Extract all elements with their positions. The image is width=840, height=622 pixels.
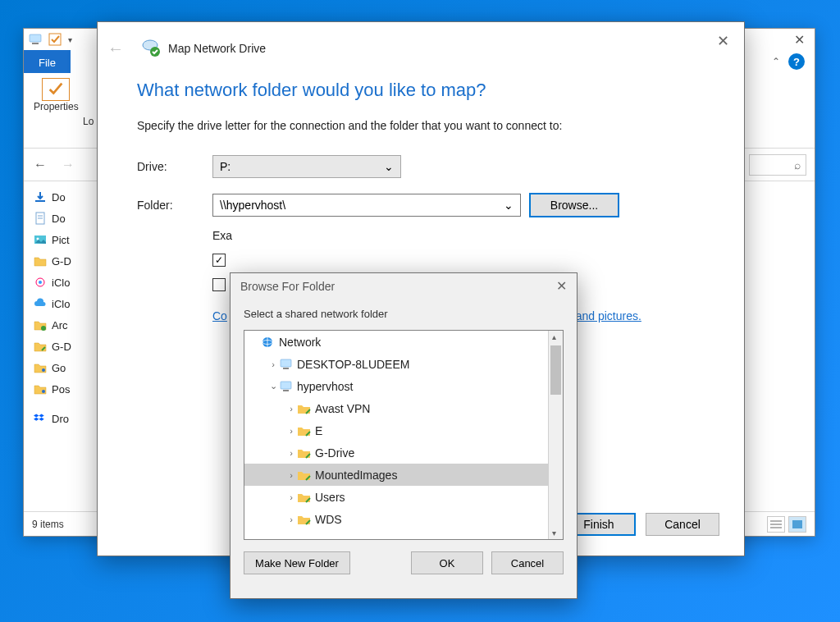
svg-rect-3 [35,200,45,202]
browse-title: Browse For Folder [240,280,335,293]
share-icon [297,469,312,482]
svg-point-8 [37,238,39,240]
cancel-button[interactable]: Cancel [491,551,564,574]
svg-rect-24 [283,368,289,369]
tree-label: WDS [315,513,342,526]
tree-item[interactable]: ›E [244,419,563,441]
tree-label: Avast VPN [315,402,370,415]
tree-item[interactable]: Network [244,331,563,353]
network-icon [261,336,276,349]
drive-select[interactable]: P: ⌄ [212,155,401,178]
chevron-right-icon[interactable]: › [285,515,297,524]
qat-properties-icon[interactable] [48,33,63,46]
close-icon[interactable]: ✕ [556,278,567,294]
view-large-icon[interactable] [788,516,806,533]
qat-overflow-icon[interactable]: ▾ [68,35,72,44]
tree-label: DESKTOP-8LUDEEM [297,358,409,371]
tree-item[interactable]: ›Avast VPN [244,397,563,419]
chevron-right-icon[interactable]: › [285,426,297,436]
scrollbar[interactable] [548,331,563,539]
tree-label: Network [279,336,321,349]
explorer-close-icon[interactable]: ✕ [794,32,805,48]
chevron-down-icon[interactable]: ⌄ [267,381,279,391]
chevron-right-icon[interactable]: › [285,492,297,502]
nav-forward-icon: → [60,158,76,172]
wizard-back-icon: ← [107,39,124,58]
tree-label: hypervhost [297,380,353,393]
view-details-icon[interactable] [767,516,785,533]
tree-item[interactable]: ⌄hypervhost [244,375,563,397]
ok-button[interactable]: OK [411,551,483,574]
folder-label: Folder: [137,199,212,212]
tree-item[interactable]: ›MountedImages [244,464,563,486]
chevron-right-icon[interactable]: › [285,404,297,414]
browse-button[interactable]: Browse... [529,193,619,217]
properties-icon [42,78,70,101]
checkbox-checked-icon[interactable]: ✓ [212,254,226,267]
pictures-link-tail[interactable]: s and pictures. [567,309,641,322]
share-icon [297,513,312,526]
tree-item[interactable]: ›DESKTOP-8LUDEEM [244,353,563,375]
scroll-thumb[interactable] [550,345,561,395]
share-icon [297,446,312,460]
item-count: 9 items [32,519,64,530]
dropbox-icon [34,412,47,425]
pc-icon [279,380,294,393]
chevron-right-icon[interactable]: › [285,448,297,458]
svg-rect-1 [32,43,39,44]
wizard-heading: What network folder would you like to ma… [137,80,705,101]
file-tab[interactable]: File [24,50,71,73]
svg-point-13 [42,390,45,393]
folder-user-icon [34,382,47,396]
svg-point-10 [39,281,42,284]
folder-user-icon [34,361,47,374]
tree-item[interactable]: ›G-Drive [244,441,563,464]
folder-net-icon [34,340,47,353]
dialog-title: Map Network Drive [168,42,266,55]
tree-label: G-Drive [315,446,354,460]
nav-back-icon[interactable]: ← [32,158,48,172]
pc-icon [279,358,294,371]
cancel-button[interactable]: Cancel [646,513,719,536]
search-input[interactable]: ⌕ [749,154,806,176]
properties-label: Properties [34,101,79,112]
checkbox-unchecked-icon[interactable] [212,278,226,291]
dialog-titlebar: ← Map Network Drive ✕ [98,22,744,75]
wizard-description: Specify the drive letter for the connect… [137,119,705,132]
svg-rect-0 [30,34,41,42]
svg-rect-23 [281,359,291,367]
properties-button[interactable]: Properties [34,78,79,112]
reconnect-checkbox-row[interactable]: ✓ [212,254,705,267]
tree-item[interactable]: ›WDS [244,508,563,530]
help-icon[interactable]: ? [788,53,805,70]
search-icon: ⌕ [794,158,801,172]
browse-for-folder-dialog: Browse For Folder ✕ Select a shared netw… [230,272,578,599]
tree-label: E [315,424,322,437]
svg-rect-26 [283,390,289,391]
chevron-right-icon[interactable]: › [285,470,297,480]
svg-point-11 [41,326,46,331]
document-icon [34,212,47,225]
make-new-folder-button[interactable]: Make New Folder [244,551,350,574]
qat-thispc-icon [29,33,43,46]
connect-link[interactable]: Co [212,309,227,322]
folder-icon [34,254,47,268]
svg-rect-2 [49,34,61,45]
pictures-icon [34,233,47,246]
folder-value: \\hypervhost\ [220,199,285,212]
chevron-down-icon: ⌄ [384,160,394,173]
tree-item[interactable]: ›Users [244,486,563,508]
folder-icon [34,318,47,332]
drive-value: P: [220,160,231,173]
browse-titlebar: Browse For Folder ✕ [231,273,577,300]
browse-subtitle: Select a shared network folder [231,300,577,330]
chevron-right-icon[interactable]: › [267,359,279,369]
map-drive-icon [139,37,162,60]
download-icon [34,190,47,204]
svg-rect-25 [281,382,291,389]
close-icon[interactable]: ✕ [717,32,729,50]
folder-input[interactable]: \\hypervhost\ ⌄ [212,194,521,217]
tree-label: Users [315,491,345,504]
ribbon-collapse-icon[interactable]: ⌃ [772,56,780,67]
icloud-photos-icon [34,276,47,289]
